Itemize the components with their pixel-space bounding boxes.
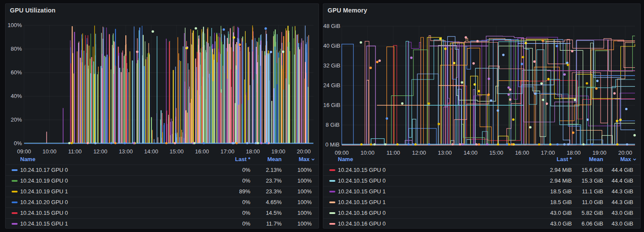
- series-name[interactable]: 10.24.10.15 GPU 0: [338, 165, 386, 175]
- series-last-value: 43.0 GiB: [550, 219, 572, 229]
- legend-row: 10.24.10.17 GPU 00%2.13%100%: [6, 165, 319, 175]
- legend-header: Name Last * Mean Max: [323, 154, 640, 165]
- series-last-value: 0%: [242, 219, 250, 229]
- y-axis-tick-label: 24 GiB: [323, 82, 340, 89]
- series-last-value: 0%: [242, 165, 250, 175]
- y-axis-tick-label: 40 GiB: [323, 43, 340, 49]
- series-max-value: 100%: [298, 186, 312, 197]
- series-last-value: 0%: [242, 176, 250, 186]
- chevron-down-icon: [311, 157, 315, 162]
- series-max-value: 43.0 GiB: [611, 208, 633, 218]
- series-mean-value: 11.0 GiB: [582, 197, 603, 208]
- series-name[interactable]: 10.24.10.20 GPU 0: [20, 197, 68, 208]
- series-color-swatch: [12, 212, 18, 214]
- series-color-swatch: [12, 191, 18, 192]
- series-max-value: 100%: [298, 197, 312, 208]
- series-max-value: 43.0 GiB: [611, 219, 633, 229]
- legend-header-last[interactable]: Last *: [235, 154, 250, 165]
- y-axis-tick-label: 16 GiB: [323, 102, 340, 109]
- legend-row: 10.24.10.15 GPU 00%14.5%100%: [6, 208, 319, 218]
- legend-row: 10.24.10.19 GPU 189%23.3%100%: [6, 186, 319, 197]
- series-name[interactable]: 10.24.10.15 GPU 1: [338, 186, 386, 197]
- series-name[interactable]: 10.24.10.16 GPU 0: [338, 208, 386, 218]
- chevron-down-icon: [632, 157, 637, 162]
- series-name[interactable]: 10.24.10.16 GPU 0: [338, 219, 386, 229]
- series-max-value: 44.4 GiB: [611, 176, 633, 186]
- legend: Name Last * Mean Max 10.24.10.15 GPU 02.…: [323, 154, 640, 229]
- legend-header-max[interactable]: Max: [299, 154, 315, 165]
- series-steps: [342, 36, 635, 145]
- series-mean-value: 23.3%: [266, 186, 282, 197]
- series-mean-value: 15.3 GiB: [581, 176, 603, 186]
- gpu-utilization-chart[interactable]: 100%80%60%40%20%0%09:0010:0011:0012:0013…: [6, 4, 319, 155]
- series-last-value: 2.94 MiB: [550, 176, 572, 186]
- legend-row: 10.24.10.16 GPU 043.0 GiB6.06 GiB43.0 Gi…: [323, 218, 640, 229]
- legend-header: Name Last * Mean Max: [6, 154, 319, 165]
- y-axis-tick-label: 20%: [6, 116, 22, 123]
- legend-row: 10.24.10.16 GPU 043.0 GiB5.82 GiB43.0 Gi…: [323, 208, 640, 218]
- panel-gpu-memory: GPU Memory 48 GiB40 GiB32 GiB24 GiB16 Gi…: [323, 3, 641, 229]
- legend-header-mean[interactable]: Mean: [589, 154, 603, 165]
- y-axis-tick-label: 32 GiB: [323, 62, 340, 69]
- series-last-value: 0%: [242, 208, 250, 218]
- legend-header-name[interactable]: Name: [20, 154, 35, 165]
- series-last-value: 43.0 GiB: [550, 208, 572, 218]
- series-color-swatch: [12, 169, 18, 171]
- y-axis-tick-label: 80%: [6, 46, 22, 52]
- series-last-value: 2.94 MiB: [550, 165, 572, 175]
- series-max-value: 44.3 GiB: [611, 186, 633, 197]
- legend-row: 10.24.10.15 GPU 02.94 MiB15.3 GiB44.4 Gi…: [323, 175, 640, 186]
- series-max-value: 100%: [298, 176, 312, 186]
- panel-gpu-utilization: GPU Utilization 100%80%60%40%20%0%09:001…: [5, 3, 319, 229]
- series-name[interactable]: 10.24.10.17 GPU 0: [20, 165, 68, 175]
- legend-header-max-label: Max: [620, 156, 631, 162]
- series-mean-value: 11.1 GiB: [582, 186, 603, 197]
- series-name[interactable]: 10.24.10.19 GPU 1: [20, 186, 68, 197]
- legend: Name Last * Mean Max 10.24.10.17 GPU 00%…: [6, 154, 319, 229]
- legend-header-name[interactable]: Name: [338, 154, 353, 165]
- legend-row: 10.24.10.20 GPU 00%4.65%100%: [6, 197, 319, 208]
- series-mean-value: 11.7%: [266, 219, 282, 229]
- series-last-value: 18.5 GiB: [550, 186, 572, 197]
- legend-header-last[interactable]: Last *: [557, 154, 572, 165]
- series-name[interactable]: 10.24.10.15 GPU 0: [338, 176, 386, 186]
- series-color-swatch: [329, 191, 335, 192]
- series-color-swatch: [12, 201, 18, 203]
- panel-title[interactable]: GPU Utilization: [10, 7, 55, 14]
- panel-title[interactable]: GPU Memory: [328, 7, 367, 14]
- series-max-value: 100%: [298, 219, 312, 229]
- memory-plot[interactable]: [323, 4, 640, 155]
- y-axis-tick-label: 0%: [6, 140, 22, 147]
- series-color-swatch: [329, 169, 335, 171]
- series-color-swatch: [12, 223, 18, 225]
- y-axis-tick-label: 40%: [6, 93, 22, 100]
- series-color-swatch: [329, 223, 335, 225]
- series-name[interactable]: 10.24.10.15 GPU 0: [20, 208, 68, 218]
- gpu-memory-chart[interactable]: 48 GiB40 GiB32 GiB24 GiB16 GiB8 GiB0 MiB…: [323, 4, 640, 155]
- series-name[interactable]: 10.24.10.15 GPU 1: [338, 197, 386, 208]
- y-axis-tick-label: 60%: [6, 69, 22, 76]
- legend-header-max-label: Max: [299, 156, 310, 162]
- series-last-value: 0%: [242, 197, 250, 208]
- y-axis-tick-label: 100%: [6, 22, 22, 29]
- series-color-swatch: [329, 180, 335, 182]
- series-color-swatch: [12, 180, 18, 182]
- y-axis-tick-label: 0 MiB: [323, 141, 340, 148]
- series-spikes: [47, 25, 309, 143]
- series-last-value: 89%: [239, 186, 250, 197]
- series-max-value: 44.4 GiB: [611, 165, 633, 175]
- legend-row: 10.24.10.15 GPU 10%11.7%100%: [6, 218, 319, 229]
- series-name[interactable]: 10.24.10.15 GPU 1: [20, 219, 68, 229]
- legend-rows: 10.24.10.17 GPU 00%2.13%100%10.24.10.19 …: [6, 165, 319, 229]
- series-mean-value: 15.6 GiB: [581, 165, 603, 175]
- series-mean-value: 5.82 GiB: [581, 208, 603, 218]
- series-mean-value: 2.13%: [266, 165, 282, 175]
- series-mean-value: 4.65%: [266, 197, 282, 208]
- series-name[interactable]: 10.24.10.19 GPU 0: [20, 176, 68, 186]
- series-max-value: 100%: [298, 165, 312, 175]
- utilization-plot[interactable]: [6, 4, 319, 155]
- legend-header-max[interactable]: Max: [620, 154, 637, 165]
- legend-header-mean[interactable]: Mean: [267, 154, 282, 165]
- series-color-swatch: [329, 212, 335, 214]
- legend-row: 10.24.10.19 GPU 00%23.7%100%: [6, 175, 319, 186]
